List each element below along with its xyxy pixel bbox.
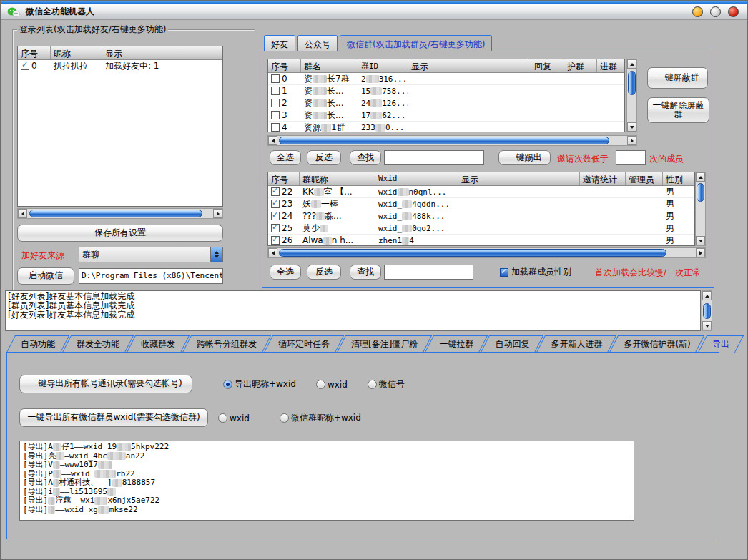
- kick-members-button[interactable]: 一键踢出: [498, 150, 551, 165]
- radio-option[interactable]: 微信号: [368, 378, 405, 390]
- column-header[interactable]: 序号: [268, 59, 301, 72]
- radio-button[interactable]: [223, 380, 232, 389]
- scroll-left-icon[interactable]: [268, 136, 277, 145]
- column-header[interactable]: 性别: [663, 172, 694, 185]
- scroll-right-icon[interactable]: [213, 209, 222, 218]
- tab-function-8[interactable]: 多开新人进群: [541, 335, 612, 353]
- tab-function-10[interactable]: 导出: [702, 335, 739, 353]
- row-checkbox[interactable]: [271, 74, 280, 83]
- row-checkbox[interactable]: [271, 111, 280, 119]
- tab-function-1[interactable]: 群发全功能: [67, 335, 129, 353]
- column-header[interactable]: 邀请统计: [580, 172, 626, 185]
- scroll-up-icon[interactable]: [696, 172, 705, 182]
- save-all-settings-button[interactable]: 保存所有设置: [17, 225, 223, 242]
- radio-option[interactable]: wxid: [316, 380, 348, 390]
- group-table[interactable]: 序号群名群ID显示回复护群进群 0资长7群2316...1资长...15758.…: [267, 59, 625, 132]
- member-find-button[interactable]: 查找: [350, 265, 381, 280]
- scroll-thumb[interactable]: [628, 71, 636, 95]
- table-row[interactable]: 24???淼...wxid_488k...男-: [268, 210, 694, 222]
- column-header[interactable]: 显示: [102, 46, 222, 59]
- scroll-right-icon[interactable]: [627, 136, 636, 145]
- column-header[interactable]: 昵称: [51, 46, 102, 59]
- log-output[interactable]: [好友列表]好友基本信息加载完成[群员列表]群员基本信息加载完成[好友列表]好友…: [5, 290, 701, 331]
- scroll-left-icon[interactable]: [268, 248, 277, 257]
- scroll-up-icon[interactable]: [702, 291, 712, 300]
- row-checkbox[interactable]: [271, 236, 280, 245]
- radio-button[interactable]: [280, 413, 289, 423]
- table-row[interactable]: 1资长...15758...: [268, 85, 624, 97]
- export-contacts-button[interactable]: 一键导出所有帐号通讯录(需要勾选帐号): [19, 375, 192, 393]
- column-header[interactable]: 护群: [564, 59, 597, 72]
- login-table-hscrollbar[interactable]: [17, 208, 223, 219]
- column-header[interactable]: 序号: [268, 172, 300, 185]
- table-row[interactable]: 2资长...24126...: [268, 97, 624, 109]
- group-table-hscrollbar[interactable]: [267, 135, 637, 146]
- table-row[interactable]: 23妖一棒wxid_4qddn...男-: [268, 198, 694, 210]
- member-select-all-button[interactable]: 全选: [270, 265, 301, 280]
- member-invert-select-button[interactable]: 反选: [307, 265, 341, 280]
- tab-function-6[interactable]: 一键拉群: [429, 335, 483, 353]
- tab-friends[interactable]: 好友: [264, 35, 295, 51]
- tab-wechat-groups[interactable]: 微信群(双击加载群员/右键更多功能): [340, 35, 492, 51]
- column-header[interactable]: 显示: [458, 172, 580, 185]
- wechat-path-input[interactable]: D:\Program Files (x86)\Tencent\We: [79, 268, 223, 284]
- scroll-left-icon[interactable]: [18, 209, 27, 218]
- export-group-members-button[interactable]: 一键导出所有微信群员wxid(需要勾选微信群): [19, 408, 208, 427]
- table-row[interactable]: 0资长7群2316...: [268, 73, 624, 85]
- group-find-input[interactable]: [384, 150, 484, 165]
- column-header[interactable]: 群名: [301, 59, 358, 72]
- column-header[interactable]: 群ID: [358, 59, 408, 72]
- block-group-button[interactable]: 一键屏蔽群: [647, 67, 708, 89]
- row-checkbox[interactable]: [271, 212, 280, 220]
- tab-function-7[interactable]: 自动回复: [485, 335, 539, 353]
- titlebar[interactable]: 微信全功能机器人: [1, 4, 747, 20]
- scroll-down-icon[interactable]: [702, 321, 712, 330]
- spinner-arrows-icon[interactable]: [210, 247, 222, 262]
- table-row[interactable]: 4资源1群2330...: [268, 122, 624, 132]
- table-row[interactable]: 22KK室-【...wxidn0qnl...男香...: [268, 186, 694, 198]
- row-checkbox[interactable]: [271, 200, 280, 208]
- scroll-thumb[interactable]: [697, 183, 704, 202]
- column-header[interactable]: 管理员: [626, 172, 663, 185]
- table-row[interactable]: 0扒拉扒拉加载好友中: 1: [18, 60, 222, 72]
- radio-button[interactable]: [316, 380, 325, 389]
- radio-button[interactable]: [218, 413, 227, 423]
- radio-option[interactable]: wxid: [218, 413, 250, 423]
- column-header[interactable]: 进群: [597, 59, 624, 72]
- tab-function-0[interactable]: 自动功能: [11, 335, 65, 353]
- unblock-group-button[interactable]: 一键解除屏蔽群: [647, 97, 709, 123]
- radio-button[interactable]: [368, 380, 377, 389]
- login-table[interactable]: 序号昵称显示 0扒拉扒拉加载好友中: 1: [17, 46, 223, 207]
- tab-function-4[interactable]: 循环定时任务: [268, 335, 340, 353]
- close-button[interactable]: [728, 6, 739, 17]
- scroll-down-icon[interactable]: [627, 122, 636, 132]
- tab-function-3[interactable]: 跨帐号分组群发: [187, 335, 267, 353]
- tab-function-5[interactable]: 清理[备注]僵尸粉: [341, 335, 428, 353]
- group-table-vscrollbar[interactable]: [626, 59, 637, 132]
- row-checkbox[interactable]: [271, 187, 280, 196]
- scroll-right-icon[interactable]: [696, 248, 705, 257]
- group-find-button[interactable]: 查找: [350, 150, 381, 165]
- launch-wechat-button[interactable]: 启动微信: [17, 267, 74, 285]
- scroll-thumb[interactable]: [29, 210, 202, 217]
- tab-official-accounts[interactable]: 公众号: [297, 35, 338, 51]
- table-row[interactable]: 3资长...1762...: [268, 109, 624, 122]
- minimize-button[interactable]: [692, 6, 703, 17]
- member-table-hscrollbar[interactable]: [267, 247, 706, 258]
- column-header[interactable]: 群昵称: [300, 172, 375, 185]
- column-header[interactable]: 显示: [408, 59, 531, 72]
- row-checkbox[interactable]: [271, 87, 280, 95]
- table-row[interactable]: 26Alwan h...zhen14男陕...: [268, 235, 694, 246]
- column-header[interactable]: Wxid: [375, 172, 458, 185]
- load-gender-checkbox[interactable]: [500, 268, 508, 277]
- member-table-vscrollbar[interactable]: [695, 172, 706, 246]
- tab-function-9[interactable]: 多开微信护群(新): [614, 335, 700, 353]
- export-output-textarea[interactable]: [导出]A仔1——wxid_195hkpv222[导出]亮—wxid_4bcan…: [19, 441, 634, 521]
- column-header[interactable]: 序号: [18, 46, 51, 59]
- row-checkbox[interactable]: [271, 123, 280, 132]
- scroll-thumb[interactable]: [279, 137, 609, 144]
- scroll-thumb[interactable]: [279, 249, 666, 257]
- scroll-thumb[interactable]: [703, 303, 711, 319]
- radio-option[interactable]: 导出昵称+wxid: [223, 378, 296, 390]
- scroll-up-icon[interactable]: [627, 59, 636, 69]
